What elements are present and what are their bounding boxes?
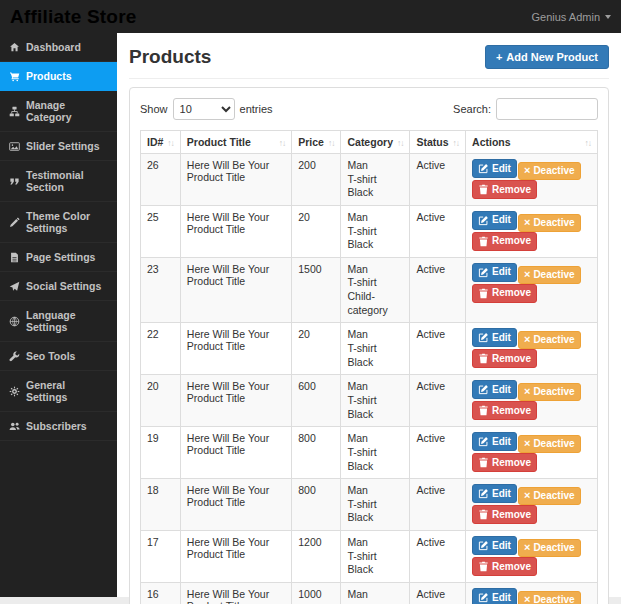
deactive-button[interactable]: ×Deactive	[518, 331, 581, 349]
deactive-button[interactable]: ×Deactive	[518, 435, 581, 453]
deactive-button-label: Deactive	[533, 270, 574, 280]
cell-category: ManT-shirtBlack	[341, 205, 410, 257]
deactive-button[interactable]: ×Deactive	[518, 487, 581, 505]
table-row: 22Here Will Be Your Product Title20ManT-…	[141, 323, 598, 375]
cell-product-title: Here Will Be Your Product Title	[180, 531, 291, 583]
cell-actions: Edit×DeactiveRemove	[466, 205, 598, 257]
add-new-product-button[interactable]: + Add New Product	[485, 45, 609, 69]
cell-price: 1200	[292, 531, 341, 583]
cell-product-title: Here Will Be Your Product Title	[180, 583, 291, 604]
edit-button[interactable]: Edit	[472, 263, 517, 282]
category-line: T-shirt	[347, 446, 403, 460]
cell-status: Active	[410, 154, 466, 206]
deactive-button-label: Deactive	[533, 595, 574, 604]
sidebar-item-manage-category[interactable]: Manage Category	[0, 91, 117, 132]
content-area: Products + Add New Product Show 10 entri…	[117, 33, 621, 597]
deactive-button[interactable]: ×Deactive	[518, 539, 581, 557]
search-input[interactable]	[496, 98, 598, 120]
sidebar-item-label: Subscribers	[26, 420, 87, 432]
sidebar-item-label: Testimonial Section	[26, 169, 109, 193]
sidebar-item-seo-tools[interactable]: Seo Tools	[0, 342, 117, 371]
deactive-button[interactable]: ×Deactive	[518, 266, 581, 284]
remove-button-label: Remove	[492, 406, 531, 416]
table-row: 20Here Will Be Your Product Title600ManT…	[141, 375, 598, 427]
deactive-button[interactable]: ×Deactive	[518, 214, 581, 232]
edit-button[interactable]: Edit	[472, 380, 517, 399]
remove-button[interactable]: Remove	[472, 505, 537, 524]
category-line: Black	[347, 563, 403, 577]
x-icon: ×	[524, 270, 530, 280]
column-header-label: ID#	[147, 136, 163, 148]
cell-price: 1500	[292, 257, 341, 323]
cell-status: Active	[410, 205, 466, 257]
cell-price: 200	[292, 154, 341, 206]
edit-button[interactable]: Edit	[472, 159, 517, 178]
sidebar-menu: DashboardProductsManage CategorySlider S…	[0, 33, 117, 597]
sidebar-item-social-settings[interactable]: Social Settings	[0, 272, 117, 301]
edit-button[interactable]: Edit	[472, 588, 517, 604]
edit-button[interactable]: Edit	[472, 536, 517, 555]
remove-button-label: Remove	[492, 458, 531, 468]
column-header-category[interactable]: Category	[341, 131, 410, 154]
category-line: Man	[347, 484, 403, 498]
remove-button-label: Remove	[492, 562, 531, 572]
cell-actions: Edit×DeactiveRemove	[466, 257, 598, 323]
column-header-product-title[interactable]: Product Title	[180, 131, 291, 154]
edit-button[interactable]: Edit	[472, 328, 517, 347]
table-header-row: ID#Product TitlePriceCategoryStatusActio…	[141, 131, 598, 154]
app-brand[interactable]: Affiliate Store	[10, 6, 137, 28]
deactive-button[interactable]: ×Deactive	[518, 162, 581, 180]
deactive-button-label: Deactive	[533, 387, 574, 397]
edit-icon	[478, 436, 489, 447]
column-header-status[interactable]: Status	[410, 131, 466, 154]
table-controls: Show 10 entries Search:	[140, 98, 598, 120]
sidebar-item-dashboard[interactable]: Dashboard	[0, 33, 117, 62]
edit-button[interactable]: Edit	[472, 484, 517, 503]
sidebar-item-testimonial-section[interactable]: Testimonial Section	[0, 161, 117, 202]
sidebar-item-language-settings[interactable]: Language Settings	[0, 301, 117, 342]
deactive-button[interactable]: ×Deactive	[518, 591, 581, 604]
cell-id: 22	[141, 323, 181, 375]
sidebar-item-products[interactable]: Products	[0, 62, 117, 91]
table-row: 19Here Will Be Your Product Title800ManT…	[141, 427, 598, 479]
sidebar-item-page-settings[interactable]: Page Settings	[0, 243, 117, 272]
remove-button[interactable]: Remove	[472, 453, 537, 472]
trash-icon	[478, 184, 489, 195]
column-header-actions[interactable]: Actions	[466, 131, 598, 154]
deactive-button-label: Deactive	[533, 335, 574, 345]
remove-button[interactable]: Remove	[472, 180, 537, 199]
image-icon	[8, 141, 20, 152]
remove-button[interactable]: Remove	[472, 349, 537, 368]
remove-button[interactable]: Remove	[472, 232, 537, 251]
cell-id: 23	[141, 257, 181, 323]
column-header-label: Status	[416, 136, 448, 148]
sidebar-item-theme-color-settings[interactable]: Theme Color Settings	[0, 202, 117, 243]
cell-price: 800	[292, 427, 341, 479]
category-line: Man	[347, 588, 403, 602]
search-control: Search:	[453, 98, 598, 120]
remove-button[interactable]: Remove	[472, 401, 537, 420]
edit-button[interactable]: Edit	[472, 211, 517, 230]
table-row: 26Here Will Be Your Product Title200ManT…	[141, 154, 598, 206]
sidebar-item-slider-settings[interactable]: Slider Settings	[0, 132, 117, 161]
sort-icon	[397, 136, 404, 148]
remove-button[interactable]: Remove	[472, 557, 537, 576]
sidebar-item-label: Products	[26, 70, 72, 82]
page-length-select[interactable]: 10	[173, 98, 235, 120]
sidebar-item-general-settings[interactable]: General Settings	[0, 371, 117, 412]
deactive-button[interactable]: ×Deactive	[518, 383, 581, 401]
column-header-price[interactable]: Price	[292, 131, 341, 154]
column-header-id#[interactable]: ID#	[141, 131, 181, 154]
table-body: 26Here Will Be Your Product Title200ManT…	[141, 154, 598, 604]
remove-button-label: Remove	[492, 236, 531, 246]
edit-button[interactable]: Edit	[472, 432, 517, 451]
remove-button[interactable]: Remove	[472, 284, 537, 303]
user-menu[interactable]: Genius Admin	[532, 11, 611, 23]
page-header: Products + Add New Product	[129, 45, 609, 69]
edit-button-label: Edit	[492, 489, 511, 499]
cell-category: ManT-shirtBlack	[341, 583, 410, 604]
sidebar-item-subscribers[interactable]: Subscribers	[0, 412, 117, 441]
sort-icon	[585, 136, 592, 148]
column-header-label: Price	[298, 136, 324, 148]
remove-button-label: Remove	[492, 185, 531, 195]
